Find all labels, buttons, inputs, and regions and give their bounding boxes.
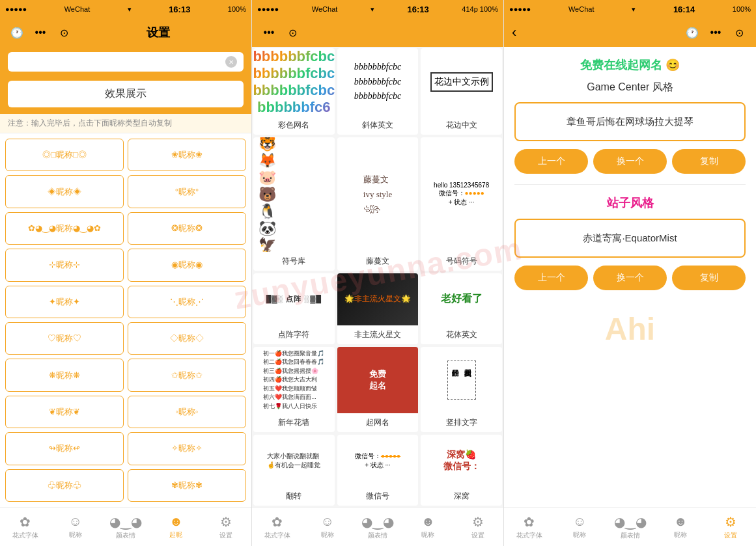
feature-label-vertical: 竖排文字	[446, 413, 477, 432]
nav3-item-1[interactable]: ☺昵称	[554, 512, 604, 542]
more-icon[interactable]: •••	[31, 23, 49, 42]
record-icon-2[interactable]: ⊙	[283, 23, 301, 42]
nav2-icon-2: ◕‿◕	[361, 514, 394, 530]
feature-cell-deep[interactable]: 深窝🍓微信号：深窝	[421, 435, 502, 506]
time-3: 16:14	[673, 5, 695, 14]
feature-cell-chat[interactable]: 大家小翻说翻就翻🤞有机会一起睡觉翻转	[253, 435, 335, 506]
nav-label-3: 起昵	[169, 530, 182, 539]
nav-item-2[interactable]: ◕‿◕颜表情	[100, 512, 150, 543]
nav3-item-2[interactable]: ◕‿◕颜表情	[605, 512, 655, 543]
clock-icon-3[interactable]: 🕐	[683, 23, 701, 42]
search-input[interactable]	[14, 57, 221, 67]
feature-cell-color-nick[interactable]: bbbbbbfcbcbbbbbbfcbcbbbbbbfcbcbbbbbbfc6彩…	[253, 48, 335, 135]
clock-icon[interactable]: 🕐	[8, 23, 26, 42]
nickname-item[interactable]: ♧昵称♧	[5, 469, 124, 502]
feature-label-color-nick: 彩色网名	[278, 116, 309, 135]
nickname-item[interactable]: ✿◕‿◕昵称◕‿◕✿	[5, 212, 124, 245]
nav-item-3[interactable]: ☻起昵	[151, 512, 201, 542]
nav2-icon-1: ☺	[321, 514, 334, 529]
feature-cell-qiming[interactable]: 免费起名起网名	[337, 347, 419, 433]
feature-label-deep: 深窝	[454, 487, 469, 506]
feature-cell-wechat[interactable]: 微信号：●●●●●+ 状态 ···微信号	[337, 435, 419, 506]
name-gen-content: 免费在线起网名 😊 Game Center 风格 章鱼哥后悔在网球场拉大提琴 上…	[504, 47, 756, 507]
nav2-item-4[interactable]: ⚙设置	[453, 512, 503, 543]
nickname-item[interactable]: °昵称°	[128, 175, 246, 208]
station-result-box: 赤道寄寓·EquatorMist	[514, 219, 746, 258]
effect-button[interactable]: 效果展示	[8, 81, 244, 107]
nav-item-1[interactable]: ☺昵称	[50, 512, 100, 542]
more-icon-3[interactable]: •••	[707, 23, 725, 42]
back-button[interactable]: ‹	[512, 24, 516, 41]
feature-label-qiming: 起网名	[366, 413, 389, 432]
bottom-nav-3: ✿花式字体☺昵称◕‿◕颜表情☻昵称⚙设置	[504, 507, 756, 546]
nickname-item[interactable]: ✧昵称✧	[128, 432, 246, 465]
nav-label-4: 设置	[219, 531, 232, 540]
prev-button-1[interactable]: 上一个	[514, 149, 588, 174]
next-button-1[interactable]: 换一个	[593, 149, 667, 174]
copy-button-1[interactable]: 复制	[672, 149, 746, 174]
nickname-item[interactable]: ◈昵称◈	[5, 175, 124, 208]
feature-cell-newyr[interactable]: 初一🍎我您圈聚音量🎵初二🍎我您回春春春🎵初三🍎我您摇摇摆🌸初四🍎我您大吉大利初五…	[253, 347, 335, 433]
nav-item-4[interactable]: ⚙设置	[201, 512, 251, 543]
nav2-item-2[interactable]: ◕‿◕颜表情	[352, 512, 402, 543]
nickname-item[interactable]: ❀昵称❀	[128, 139, 246, 171]
nickname-item[interactable]: ◉昵称◉	[128, 249, 246, 281]
nav3-icon-4: ⚙	[725, 514, 736, 530]
nickname-item[interactable]: ✾昵称✾	[128, 469, 246, 502]
nav3-item-4[interactable]: ⚙设置	[706, 512, 756, 543]
nav2-label-4: 设置	[471, 531, 484, 540]
more-icon-2[interactable]: •••	[260, 23, 278, 42]
nav2-item-0[interactable]: ✿花式字体	[252, 512, 302, 543]
time-1: 16:13	[169, 5, 190, 14]
nav3-item-3[interactable]: ☻昵称	[655, 512, 705, 542]
nickname-item[interactable]: ✩昵称✩	[128, 359, 246, 391]
nav3-item-0[interactable]: ✿花式字体	[504, 512, 554, 543]
nickname-item[interactable]: ❋昵称❋	[5, 359, 124, 391]
top-bar-left-2: ••• ⊙	[260, 23, 301, 42]
nav2-item-1[interactable]: ☺昵称	[302, 512, 352, 542]
clear-icon[interactable]: ✕	[225, 56, 237, 68]
nickname-item[interactable]: ◎□昵称□◎	[5, 139, 124, 171]
feature-cell-dot-array[interactable]: █▓░ 点阵 ░▓█点阵字符	[253, 273, 335, 344]
nav-label-1: 昵称	[69, 530, 82, 539]
feature-cell-border-chinese[interactable]: 花边中文示例花边中文	[421, 48, 502, 135]
next-button-2[interactable]: 换一个	[593, 266, 667, 290]
free-title: 免费在线起网名 😊	[514, 57, 746, 73]
status-bar-2: ●●●●● WeChat ▾ 16:13 414p 100%	[252, 0, 503, 18]
feature-cell-italic[interactable]: bbbbbbbfcbcbbbbbbbfcbcbbbbbbbfcbc斜体英文	[337, 48, 419, 135]
nav2-label-0: 花式字体	[264, 531, 290, 540]
nickname-item[interactable]: ❦昵称❦	[5, 396, 124, 428]
notice-bar: 注意：输入完毕后，点击下面昵称类型自动复制	[0, 114, 251, 133]
panel-name-gen: ●●●●● WeChat ▾ 16:14 100% ‹ 🕐 ••• ⊙ 免费在线…	[504, 0, 756, 546]
nickname-item[interactable]: ◦昵称◦	[128, 396, 246, 428]
status-bar-3: ●●●●● WeChat ▾ 16:14 100%	[504, 0, 756, 18]
wifi-1: ▾	[128, 5, 132, 14]
feature-label-fire-star: 非主流火星文	[354, 325, 401, 344]
station-buttons: 上一个 换一个 复制	[514, 266, 746, 290]
divider-1	[514, 184, 746, 185]
feature-cell-flower-eng[interactable]: 老好看了花体英文	[421, 273, 502, 344]
nickname-item[interactable]: ◇昵称◇	[128, 322, 246, 355]
nickname-item[interactable]: ⊹昵称⊹	[5, 249, 124, 281]
record-icon[interactable]: ⊙	[55, 23, 73, 42]
feature-cell-ivy[interactable]: 藤蔓文ivy style꧁꧂藤蔓文	[337, 137, 419, 271]
nickname-item[interactable]: ♡昵称♡	[5, 322, 124, 355]
prev-button-2[interactable]: 上一个	[514, 266, 588, 290]
nav-item-0[interactable]: ✿花式字体	[0, 512, 50, 543]
nickname-item[interactable]: ❂昵称❂	[128, 212, 246, 245]
nickname-item[interactable]: ⋱昵称⋰	[128, 286, 246, 318]
feature-cell-fire-star[interactable]: 🌟非主流火星文🌟非主流火星文	[337, 273, 419, 344]
search-box: ✕	[8, 52, 244, 72]
game-center-result: 章鱼哥后悔在网球场拉大提琴	[567, 116, 693, 128]
nav2-item-3[interactable]: ☻昵称	[403, 512, 453, 542]
record-icon-3[interactable]: ⊙	[730, 23, 748, 42]
feature-cell-symbol-grid[interactable]: 😀🐯🦊🐷🐻🐧🐼🦅🦋符号库	[253, 137, 335, 271]
feature-cell-vertical[interactable]: 最酷的仔 我是朋友圈 竖排文字	[421, 347, 502, 433]
nav3-label-4: 设置	[724, 531, 737, 540]
copy-button-2[interactable]: 复制	[672, 266, 746, 290]
feature-cell-qr[interactable]: hello 13512345678微信号：●●●●●+ 状态 ···号码符号	[421, 137, 502, 271]
nickname-item[interactable]: ↬昵称↫	[5, 432, 124, 465]
feature-label-dot-array: 点阵字符	[278, 325, 309, 344]
feature-label-ivy: 藤蔓文	[366, 252, 389, 271]
nickname-item[interactable]: ✦昵称✦	[5, 286, 124, 318]
